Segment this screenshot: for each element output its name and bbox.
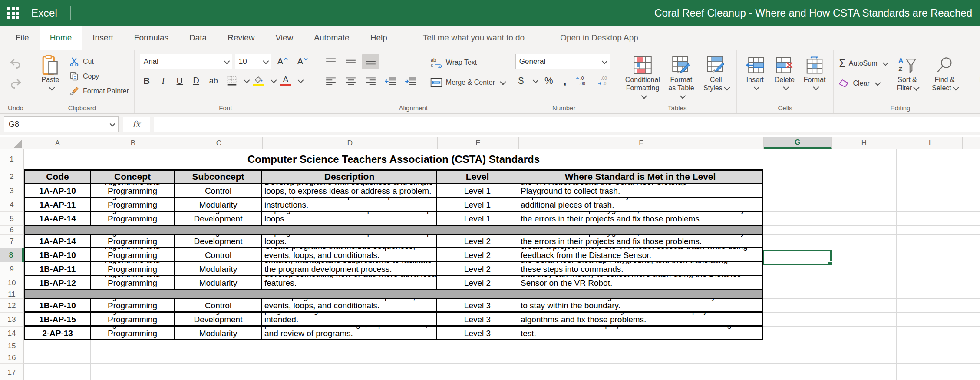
cell-B8[interactable]: Algorithms andProgramming <box>91 248 175 262</box>
cell-C14[interactable]: Modularity <box>175 327 262 340</box>
cell-A15[interactable] <box>24 340 91 352</box>
row-header-6[interactable]: 6 <box>0 226 24 235</box>
cell-B16[interactable] <box>91 352 175 364</box>
cell-E15[interactable] <box>437 340 518 352</box>
row-header-11[interactable]: 11 <box>0 290 24 299</box>
cell-I13[interactable] <box>897 313 962 327</box>
tab-automate[interactable]: Automate <box>304 26 360 50</box>
cell-I8[interactable] <box>897 248 962 262</box>
cell-G14[interactable] <box>763 327 831 340</box>
tab-review[interactable]: Review <box>217 26 265 50</box>
cell-E10[interactable]: Level 2 <box>437 276 518 290</box>
cell-A3[interactable]: 1A-AP-10 <box>24 184 91 198</box>
cell-H10[interactable] <box>831 276 897 290</box>
row-header-13[interactable]: 13 <box>0 313 24 327</box>
row-header-9[interactable]: 9 <box>0 262 24 276</box>
cell-F12[interactable]: collects trash while using feedback from… <box>518 299 763 313</box>
cell-C3[interactable]: Control <box>175 184 262 198</box>
currency-format-button[interactable]: $ <box>515 74 527 87</box>
cell-B12[interactable]: Algorithms andProgramming <box>91 299 175 313</box>
cell-I16[interactable] <box>897 352 962 364</box>
cut-button[interactable]: Cut <box>69 55 94 69</box>
autosum-button[interactable]: Σ AutoSum <box>839 56 887 70</box>
cell-I10[interactable] <box>897 276 962 290</box>
row-header-4[interactable]: 4 <box>0 198 24 212</box>
sheet-title-cell[interactable]: Computer Science Teachers Association (C… <box>24 149 763 169</box>
cell-F16[interactable] <box>518 352 763 364</box>
double-underline-button[interactable]: D <box>189 74 203 87</box>
delete-cells-button[interactable]: Delete <box>772 54 798 91</box>
cell-D9[interactable]: smaller, manageable subproblems to facil… <box>262 262 437 276</box>
cell-C16[interactable] <box>175 352 262 364</box>
cell-C10[interactable]: Modularity <box>175 276 262 290</box>
cell-H3[interactable] <box>831 184 897 198</box>
cell-D4[interactable]: solve a problem into a precise sequence … <box>262 198 437 212</box>
cell-I12[interactable] <box>897 299 962 313</box>
cell-G13[interactable] <box>763 313 831 327</box>
format-painter-button[interactable]: Format Painter <box>69 84 129 98</box>
number-format-select[interactable]: General <box>515 54 610 69</box>
cell-E8[interactable]: Level 2 <box>437 248 518 262</box>
row-header-3[interactable]: 3 <box>0 184 24 198</box>
cell-B5[interactable]: Algorithms andProgramming <box>91 212 175 226</box>
increase-indent-button[interactable] <box>402 73 419 89</box>
column-header-F[interactable]: F <box>519 137 764 149</box>
cell-H9[interactable] <box>831 262 897 276</box>
cell-J5[interactable] <box>962 212 980 226</box>
cell-E13[interactable]: Level 3 <box>437 313 518 327</box>
cell-C7[interactable]: ProgramDevelopment <box>175 235 262 248</box>
cell-H16[interactable] <box>831 352 897 364</box>
cell-D3[interactable]: Develop programs with sequences and simp… <box>262 184 437 198</box>
cell-G17[interactable] <box>763 364 831 380</box>
column-header-H[interactable]: H <box>832 137 897 149</box>
tab-home[interactable]: Home <box>40 26 82 50</box>
cell-B4[interactable]: Algorithms andProgramming <box>91 198 175 212</box>
cell-C8[interactable]: Control <box>175 248 262 262</box>
percent-format-button[interactable]: % <box>541 74 556 87</box>
cell-B17[interactable] <box>91 364 175 380</box>
font-color-button[interactable]: A <box>278 73 294 89</box>
cell-C5[interactable]: ProgramDevelopment <box>175 212 262 226</box>
increase-decimal-button[interactable]: .0.00 <box>574 73 591 89</box>
cell-F13[interactable]: Students will need to identify the error… <box>518 313 763 327</box>
row-header-12[interactable]: 12 <box>0 299 24 313</box>
cell-C9[interactable]: Modularity <box>175 262 262 276</box>
column-header-E[interactable]: E <box>438 137 519 149</box>
clear-button[interactable]: Clear <box>839 76 879 90</box>
tab-view[interactable]: View <box>265 26 304 50</box>
cell-H7[interactable] <box>831 235 897 248</box>
header-cell-subconcept[interactable]: Subconcept <box>175 169 262 184</box>
tab-help[interactable]: Help <box>360 26 398 50</box>
cell-J17[interactable] <box>962 364 980 380</box>
cell-A9[interactable]: 1B-AP-11 <box>24 262 91 276</box>
font-family-select[interactable]: Arial <box>140 54 232 69</box>
cell-F14[interactable]: then can iterate on the project to colle… <box>518 327 763 340</box>
cell-J9[interactable] <box>962 262 980 276</box>
column-header-I[interactable]: I <box>897 137 963 149</box>
cell-E3[interactable]: Level 1 <box>437 184 518 198</box>
row-header-10[interactable]: 10 <box>0 276 24 290</box>
cell-D13[interactable]: program or algorithm to ensure it runs a… <box>262 313 437 327</box>
header-cell-concept[interactable]: Concept <box>91 169 175 184</box>
column-header-B[interactable]: B <box>91 137 175 149</box>
cell-G11[interactable] <box>763 290 831 299</box>
conditional-formatting-button[interactable]: ConditionalFormatting <box>624 54 662 101</box>
cell-H1[interactable] <box>831 149 897 169</box>
cell-J6[interactable] <box>962 226 980 235</box>
currency-chevron[interactable] <box>532 77 538 83</box>
cell-A4[interactable]: 1A-AP-11 <box>24 198 91 212</box>
cell-I11[interactable] <box>897 290 962 299</box>
cell-J7[interactable] <box>962 235 980 248</box>
strikethrough-button[interactable]: ab <box>206 74 221 87</box>
tab-data[interactable]: Data <box>179 26 217 50</box>
cell-D8[interactable]: Create programs that include sequences,e… <box>262 248 437 262</box>
ideas-button[interactable]: Ideas <box>973 54 980 85</box>
cell-A8[interactable]: 1B-AP-10 <box>24 248 91 262</box>
align-center-button[interactable] <box>342 73 360 89</box>
cell-I5[interactable] <box>897 212 962 226</box>
cell-E12[interactable]: Level 3 <box>437 299 518 313</box>
name-box[interactable]: G8 <box>4 116 119 132</box>
cell-F17[interactable] <box>518 364 763 380</box>
cell-F3[interactable]: the VR Robot around the Coral Reef Clean… <box>518 184 763 198</box>
row-header-7[interactable]: 7 <box>0 235 24 248</box>
